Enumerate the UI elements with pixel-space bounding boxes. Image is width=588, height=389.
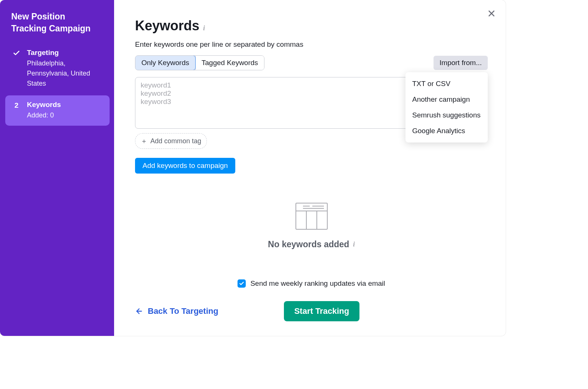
import-wrap: Import from... TXT or CSV Another campai… [434, 56, 488, 70]
add-common-tag-button[interactable]: ＋ Add common tag [135, 133, 207, 149]
keyword-tabs: Only Keywords Tagged Keywords [135, 55, 264, 70]
tab-only-keywords[interactable]: Only Keywords [135, 55, 196, 70]
empty-state-text: No keywords added [268, 239, 349, 249]
step-label: Keywords [27, 101, 61, 109]
page-title-row: Keywords i [135, 18, 488, 34]
info-icon[interactable]: i [203, 24, 205, 32]
weekly-email-row: Send me weekly ranking updates via email [135, 279, 488, 288]
svg-rect-2 [296, 203, 327, 229]
tabs-import-row: Only Keywords Tagged Keywords Import fro… [135, 55, 488, 70]
import-from-button[interactable]: Import from... [434, 56, 488, 70]
import-dropdown-menu: TXT or CSV Another campaign Semrush sugg… [405, 72, 488, 143]
import-option-another-campaign[interactable]: Another campaign [405, 92, 488, 107]
add-tag-label: Add common tag [150, 137, 201, 145]
import-option-semrush[interactable]: Semrush suggestions [405, 107, 488, 123]
add-keywords-button[interactable]: Add keywords to campaign [135, 158, 235, 174]
arrow-left-icon [135, 307, 143, 315]
start-tracking-button[interactable]: Start Tracking [284, 301, 360, 321]
weekly-email-label: Send me weekly ranking updates via email [250, 279, 385, 288]
step-sublabel: Added: 0 [27, 110, 61, 120]
import-option-google-analytics[interactable]: Google Analytics [405, 123, 488, 139]
position-tracking-modal: New Position Tracking Campaign Targeting… [0, 0, 506, 336]
wizard-sidebar: New Position Tracking Campaign Targeting… [0, 0, 114, 336]
page-title: Keywords [135, 18, 199, 34]
weekly-email-checkbox[interactable] [238, 279, 246, 288]
close-button[interactable] [486, 7, 497, 19]
step-sublabel: Philadelphia, Pennsylvania, United State… [27, 58, 102, 89]
back-to-targeting-link[interactable]: Back To Targeting [135, 306, 218, 316]
empty-table-icon [295, 203, 328, 231]
main-content: Keywords i Enter keywords one per line o… [114, 0, 506, 336]
empty-state: No keywords added i [135, 203, 488, 249]
footer-actions: Back To Targeting Start Tracking [135, 301, 488, 321]
back-label: Back To Targeting [148, 306, 218, 316]
check-icon [12, 49, 21, 57]
plus-icon: ＋ [141, 137, 147, 146]
step-number-icon: 2 [12, 101, 21, 110]
tab-tagged-keywords[interactable]: Tagged Keywords [195, 56, 264, 70]
info-icon[interactable]: i [353, 241, 355, 248]
import-option-txt-csv[interactable]: TXT or CSV [405, 76, 488, 92]
sidebar-title: New Position Tracking Campaign [0, 10, 114, 43]
subtitle: Enter keywords one per line or separated… [135, 40, 488, 49]
step-label: Targeting [27, 49, 102, 57]
step-keywords[interactable]: 2 Keywords Added: 0 [5, 95, 110, 126]
step-targeting[interactable]: Targeting Philadelphia, Pennsylvania, Un… [5, 43, 110, 94]
